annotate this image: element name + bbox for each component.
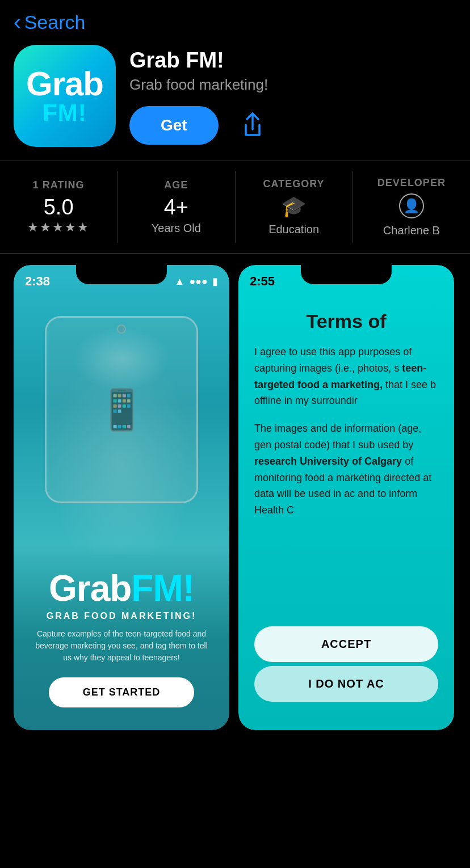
age-value: 4+ (164, 196, 188, 220)
ss1-grab-grab: GrabFM! (25, 570, 218, 606)
terms-body-2: The images and de information (age, gen … (254, 420, 438, 519)
phone-screen-content: 📱 (97, 386, 146, 433)
age-label: Age (164, 179, 188, 191)
app-icon: Grab FM! (14, 45, 116, 147)
get-started-button[interactable]: GET STARTED (49, 677, 195, 707)
phone-in-hand: 📱 (45, 316, 198, 503)
developer-avatar: 👤 (399, 193, 424, 218)
signal-icon: ●●● (189, 276, 208, 288)
stat-rating: 1 Rating 5.0 ★★★★★ (0, 171, 118, 243)
screenshot-1-inner: 2:38 ▲ ●●● ▮ 📱 GrabFM! GRAB FOOD (14, 265, 229, 730)
get-button[interactable]: Get (129, 106, 219, 145)
terms-bold-2: research University of Calgary (254, 456, 402, 467)
decline-button[interactable]: I DO NOT AC (254, 666, 438, 702)
phone-frame: 📱 (45, 316, 198, 503)
terms-text-1: I agree to use this app purposes of capt… (254, 346, 412, 374)
graduation-icon: 🎓 (281, 195, 307, 218)
back-button[interactable]: ‹ Search (14, 11, 456, 33)
share-icon (241, 112, 264, 138)
share-button[interactable] (241, 112, 264, 138)
screenshot-2[interactable]: 2:55 Terms of I agree to use this app pu… (238, 265, 454, 730)
grab-fm-text: FM! (131, 568, 194, 609)
ss1-time: 2:38 (25, 274, 50, 289)
rating-value: 5.0 (44, 196, 74, 220)
stat-developer: Developer 👤 Charlene B (353, 171, 470, 243)
category-label: Category (263, 178, 325, 190)
wifi-icon: ▲ (175, 276, 185, 288)
grab-white-text: Grab (49, 568, 131, 609)
back-label: Search (24, 11, 86, 33)
ss1-notch (76, 265, 167, 284)
ss2-notch (301, 265, 392, 284)
app-subtitle: Grab food marketing! (129, 76, 456, 94)
app-icon-grab-text: Grab (26, 67, 103, 101)
battery-icon: ▮ (212, 275, 218, 288)
developer-person-icon: 👤 (403, 198, 420, 214)
ss1-description: Capture examples of the teen-targeted fo… (25, 628, 218, 664)
ss2-time: 2:55 (250, 274, 275, 289)
developer-label: Developer (377, 177, 446, 189)
app-actions: Get (129, 106, 456, 145)
back-chevron-icon: ‹ (14, 11, 21, 33)
header: ‹ Search (0, 0, 470, 39)
rating-label: 1 Rating (33, 179, 85, 191)
category-value: Education (268, 223, 319, 236)
screenshots-row: 2:38 ▲ ●●● ▮ 📱 GrabFM! GRAB FOOD (0, 254, 470, 730)
stats-row: 1 Rating 5.0 ★★★★★ Age 4+ Years Old Cate… (0, 161, 470, 254)
terms-body-1: I agree to use this app purposes of capt… (254, 344, 438, 409)
rating-stars: ★★★★★ (27, 220, 90, 235)
developer-name: Charlene B (383, 224, 440, 237)
ss1-content: GrabFM! GRAB FOOD MARKETING! Capture exa… (14, 570, 229, 707)
app-name: Grab FM! (129, 48, 456, 73)
stat-category: Category 🎓 Education (236, 171, 353, 243)
app-info-section: Grab FM! Grab FM! Grab food marketing! G… (0, 39, 470, 161)
screenshot-2-inner: 2:55 Terms of I agree to use this app pu… (238, 265, 454, 730)
ss1-status-icons: ▲ ●●● ▮ (175, 275, 218, 288)
age-sub: Years Old (152, 222, 201, 235)
ss2-content: Terms of I agree to use this app purpose… (254, 310, 438, 519)
camera-lens (117, 325, 126, 334)
app-details: Grab FM! Grab food marketing! Get (129, 45, 456, 145)
app-icon-fm-text: FM! (43, 101, 87, 125)
screenshot-1[interactable]: 2:38 ▲ ●●● ▮ 📱 GrabFM! GRAB FOOD (14, 265, 229, 730)
terms-title: Terms of (254, 310, 438, 332)
stat-age: Age 4+ Years Old (118, 171, 235, 243)
ss1-subtitle: GRAB FOOD MARKETING! (25, 611, 218, 621)
accept-button[interactable]: ACCEPT (254, 626, 438, 662)
